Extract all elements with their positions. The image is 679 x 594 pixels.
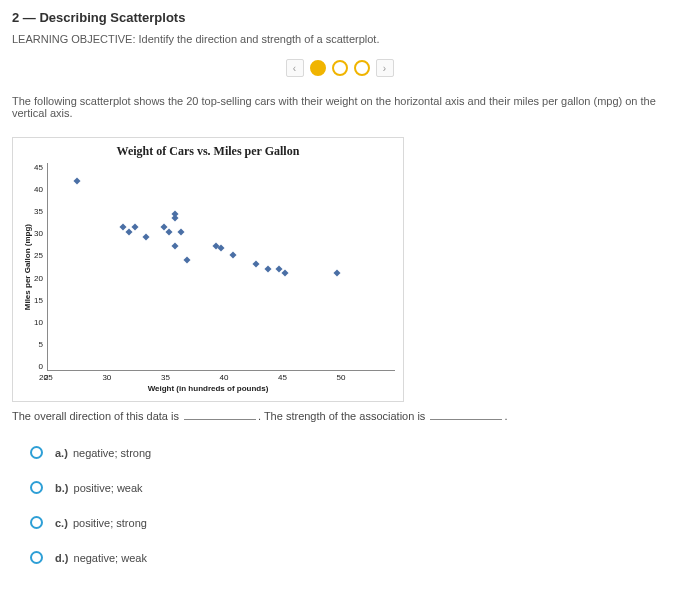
chart-title: Weight of Cars vs. Miles per Gallon <box>21 144 395 159</box>
data-point <box>172 242 179 249</box>
blank-1 <box>184 410 256 420</box>
data-point <box>334 270 341 277</box>
answer-options: a.) negative; strongb.) positive; weakc.… <box>12 446 667 564</box>
progress-dot-2[interactable] <box>332 60 348 76</box>
option-text: a.) negative; strong <box>55 447 151 459</box>
data-point <box>73 178 80 185</box>
radio-icon <box>30 551 43 564</box>
y-tick: 45 <box>34 163 43 172</box>
x-tick: 35 <box>161 373 220 382</box>
y-axis-label: Miles per Gallon (mpg) <box>21 224 34 310</box>
x-tick: 50 <box>336 373 395 382</box>
radio-icon <box>30 516 43 529</box>
data-point <box>131 224 138 231</box>
data-point <box>253 261 260 268</box>
progress-dot-3[interactable] <box>354 60 370 76</box>
learning-objective-text: Identify the direction and strength of a… <box>139 33 380 45</box>
answer-option-c[interactable]: c.) positive; strong <box>30 516 667 529</box>
answer-option-d[interactable]: d.) negative; weak <box>30 551 667 564</box>
scatterplot-chart: Weight of Cars vs. Miles per Gallon Mile… <box>12 137 404 402</box>
learning-objective: LEARNING OBJECTIVE: Identify the directi… <box>12 33 667 45</box>
x-tick: 30 <box>102 373 161 382</box>
data-point <box>282 270 289 277</box>
x-tick: 25 <box>44 373 103 382</box>
next-button[interactable]: › <box>376 59 394 77</box>
y-tick: 15 <box>34 296 43 305</box>
y-tick: 20 <box>34 274 43 283</box>
blank-2 <box>430 410 502 420</box>
radio-icon <box>30 481 43 494</box>
radio-icon <box>30 446 43 459</box>
data-point <box>143 233 150 240</box>
intro-text: The following scatterplot shows the 20 t… <box>12 95 667 119</box>
y-tick: 40 <box>34 185 43 194</box>
question-text: The overall direction of this data is . … <box>12 410 667 422</box>
data-point <box>183 256 190 263</box>
data-point <box>177 228 184 235</box>
y-tick: 10 <box>34 318 43 327</box>
y-tick: 30 <box>34 229 43 238</box>
answer-option-a[interactable]: a.) negative; strong <box>30 446 667 459</box>
data-point <box>172 210 179 217</box>
chevron-right-icon: › <box>383 63 386 74</box>
data-point <box>229 251 236 258</box>
y-tick: 0 <box>34 362 43 371</box>
chevron-left-icon: ‹ <box>293 63 296 74</box>
y-axis-ticks: 454035302520151050 <box>34 163 47 371</box>
option-text: d.) negative; weak <box>55 552 147 564</box>
progress-nav: ‹ › <box>12 59 667 77</box>
option-text: b.) positive; weak <box>55 482 143 494</box>
x-tick: 40 <box>219 373 278 382</box>
progress-dot-1[interactable] <box>310 60 326 76</box>
x-tick: 45 <box>278 373 337 382</box>
data-point <box>264 265 271 272</box>
learning-objective-label: LEARNING OBJECTIVE: <box>12 33 135 45</box>
data-point <box>125 228 132 235</box>
data-point <box>218 245 225 252</box>
plot-area <box>47 163 395 371</box>
question-part-2: . The strength of the association is <box>258 410 425 422</box>
prev-button[interactable]: ‹ <box>286 59 304 77</box>
option-text: c.) positive; strong <box>55 517 147 529</box>
data-point <box>166 228 173 235</box>
x-axis-ticks: 20253035404550 <box>43 371 395 382</box>
x-axis-label: Weight (in hundreds of pounds) <box>21 384 395 393</box>
answer-option-b[interactable]: b.) positive; weak <box>30 481 667 494</box>
y-tick: 5 <box>34 340 43 349</box>
question-part-1: The overall direction of this data is <box>12 410 179 422</box>
section-heading: 2 — Describing Scatterplots <box>12 10 667 25</box>
data-point <box>120 224 127 231</box>
y-tick: 35 <box>34 207 43 216</box>
y-tick: 25 <box>34 251 43 260</box>
question-part-3: . <box>504 410 507 422</box>
